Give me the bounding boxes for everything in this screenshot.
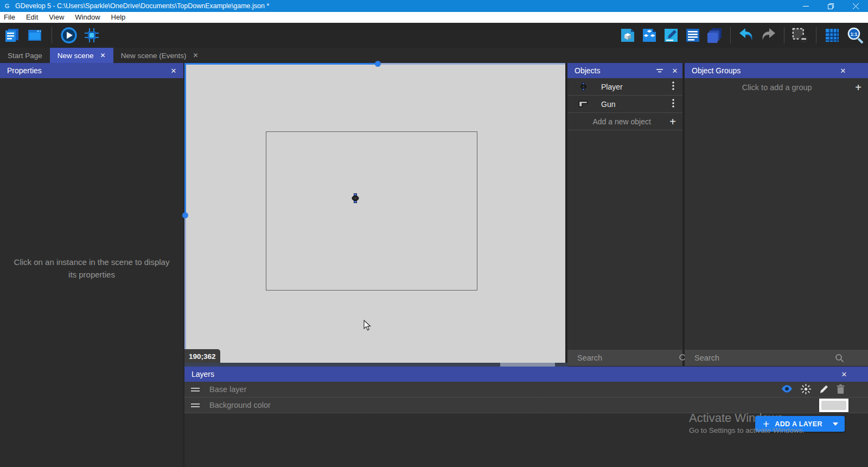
preview-play-icon[interactable]: [60, 27, 78, 44]
properties-empty-hint: Click on an instance in the scene to dis…: [0, 256, 183, 281]
tab-close-icon[interactable]: ✕: [100, 52, 106, 59]
object-name: Gun: [601, 100, 668, 109]
close-icon[interactable]: ✕: [840, 367, 848, 382]
edit-pencil-icon[interactable]: [819, 384, 829, 396]
visibility-eye-icon[interactable]: [781, 384, 793, 395]
scene-canvas[interactable]: 190;362: [184, 63, 565, 363]
canvas-vscroll-line-dim[interactable]: [184, 216, 186, 363]
close-button[interactable]: [843, 0, 868, 12]
instances-list-icon[interactable]: [684, 27, 701, 44]
layers-list: Base layer: [184, 382, 868, 413]
canvas-vscroll-handle[interactable]: [182, 212, 188, 218]
menu-window[interactable]: Window: [69, 12, 105, 23]
toolbar-divider: [730, 27, 731, 43]
player-object-icon: [577, 83, 589, 91]
tab-start-page[interactable]: Start Page: [0, 48, 50, 63]
redo-icon[interactable]: [760, 27, 777, 44]
groups-search-row: [685, 350, 868, 366]
add-object-label: Add a new object: [567, 117, 669, 126]
close-icon[interactable]: ✕: [671, 63, 679, 78]
properties-panel-header: Properties ✕: [0, 63, 183, 78]
player-instance[interactable]: [352, 193, 359, 205]
gdevelop-logo-icon: G: [3, 2, 11, 10]
close-icon[interactable]: ✕: [839, 63, 847, 78]
toggle-grid-icon[interactable]: [824, 27, 841, 44]
tab-label: Start Page: [8, 52, 42, 60]
objects-search-input[interactable]: [567, 354, 679, 362]
start-page-window-icon[interactable]: [26, 27, 43, 44]
groups-search-input[interactable]: [685, 354, 835, 362]
tab-label: New scene (Events): [121, 52, 187, 60]
layers-panel-header: Layers ✕: [184, 367, 868, 382]
toolbar-divider: [52, 27, 52, 43]
titlebar: G GDevelop 5 - C:\Users\Sparkle\OneDrive…: [0, 0, 868, 12]
tab-new-scene-events[interactable]: New scene (Events) ✕: [113, 48, 206, 63]
project-manager-icon[interactable]: [3, 27, 21, 44]
layer-name: Base layer: [209, 385, 247, 394]
undo-icon[interactable]: [738, 27, 755, 44]
debug-icon[interactable]: [83, 27, 100, 44]
object-row-gun[interactable]: Gun: [567, 96, 682, 113]
tab-new-scene[interactable]: New scene ✕: [50, 48, 113, 63]
tab-close-icon[interactable]: ✕: [193, 52, 198, 59]
canvas-hscroll-line-dim[interactable]: [378, 63, 565, 65]
toolbar-divider: [784, 27, 784, 43]
drag-handle-icon[interactable]: [191, 403, 200, 407]
add-group-button[interactable]: Click to add a group +: [685, 78, 868, 97]
object-groups-editor-icon[interactable]: [641, 27, 658, 44]
panel-title: Properties: [7, 66, 42, 75]
menu-view[interactable]: View: [43, 12, 69, 23]
layer-row-base[interactable]: Base layer: [184, 382, 868, 397]
svg-text:1:1: 1:1: [851, 31, 858, 37]
layers-panel: Layers ✕ Base layer: [184, 367, 868, 467]
canvas-hscroll-handle[interactable]: [375, 61, 381, 67]
plus-icon: +: [855, 82, 861, 93]
game-window-bounds: [266, 131, 477, 291]
restore-button[interactable]: [818, 0, 843, 12]
chevron-down-icon[interactable]: [833, 422, 838, 426]
objects-panel: Objects ✕ Player: [567, 63, 682, 366]
panel-title: Object Groups: [692, 66, 741, 75]
search-icon: [835, 354, 844, 363]
toolbar-right-group: 1:1: [619, 23, 866, 48]
minimize-button[interactable]: [793, 0, 818, 12]
canvas-bottom-scrollbar[interactable]: [184, 363, 567, 367]
drag-handle-icon[interactable]: [191, 388, 200, 392]
layer-name: Background color: [209, 401, 271, 409]
filter-icon[interactable]: [655, 63, 664, 78]
zoom-1-1-icon[interactable]: 1:1: [845, 27, 866, 44]
object-menu-icon[interactable]: [668, 81, 678, 92]
add-object-button[interactable]: Add a new object +: [567, 113, 682, 130]
gdevelop-window: G GDevelop 5 - C:\Users\Sparkle\OneDrive…: [0, 0, 868, 467]
tab-label: New scene: [58, 52, 94, 60]
layer-actions: [781, 382, 845, 397]
canvas-hscroll-line[interactable]: [184, 63, 378, 65]
delete-trash-icon[interactable]: [836, 384, 845, 396]
object-row-player[interactable]: Player: [567, 78, 682, 96]
canvas-vscroll-line[interactable]: [184, 63, 186, 216]
object-menu-icon[interactable]: [668, 99, 678, 109]
clear-selection-icon[interactable]: [792, 27, 809, 44]
background-color-swatch[interactable]: [819, 399, 848, 412]
toolbar-left-group: [3, 27, 100, 44]
scrollbar-thumb[interactable]: [500, 363, 555, 367]
objects-editor-icon[interactable]: [619, 27, 636, 44]
close-icon[interactable]: ✕: [169, 63, 178, 78]
object-name: Player: [601, 83, 668, 91]
window-controls: [793, 0, 868, 12]
effects-icon[interactable]: [800, 383, 812, 396]
toolbar-divider: [816, 27, 816, 43]
window-title: GDevelop 5 - C:\Users\Sparkle\OneDrive\D…: [15, 2, 269, 10]
objects-panel-header: Objects ✕: [567, 63, 682, 78]
menu-help[interactable]: Help: [106, 12, 131, 23]
menu-file[interactable]: File: [0, 12, 21, 23]
object-groups-panel-header: Object Groups ✕: [685, 63, 868, 78]
layers-editor-icon[interactable]: [706, 27, 723, 44]
menu-bar: File Edit View Window Help: [0, 12, 868, 23]
panel-title: Layers: [192, 370, 214, 378]
editor-tabs: Start Page New scene ✕ New scene (Events…: [0, 48, 868, 63]
menu-edit[interactable]: Edit: [21, 12, 43, 23]
cursor-coordinates-badge: 190;362: [184, 349, 220, 363]
properties-editor-icon[interactable]: [662, 27, 680, 44]
panel-title: Objects: [575, 66, 600, 75]
